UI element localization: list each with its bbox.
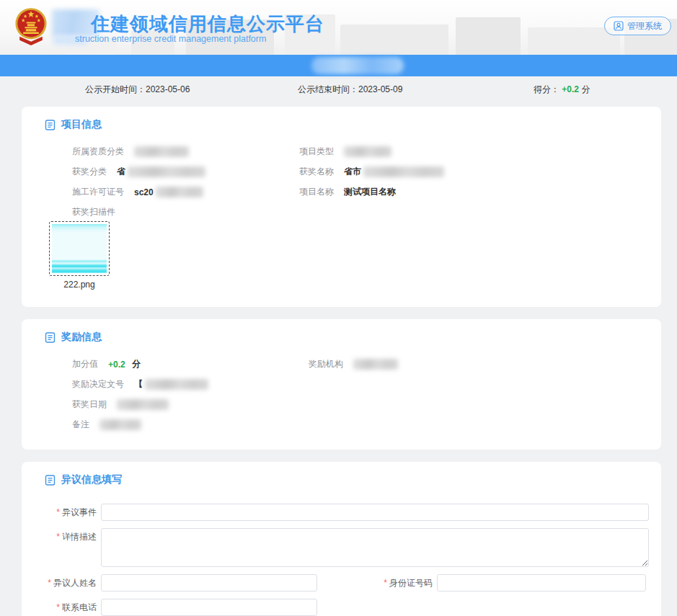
- field-award-date: 获奖日期: [72, 398, 169, 411]
- admin-button-label: 管理系统: [627, 20, 662, 32]
- publicity-start-time: 公示开始时间：2023-05-06: [85, 84, 190, 96]
- award-scan-thumbnail[interactable]: [49, 221, 110, 276]
- publicity-summary-bar: 公示开始时间：2023-05-06 公示结束时间：2023-05-09 得分： …: [0, 76, 677, 101]
- field-project-name: 项目名称 测试项目名称: [299, 186, 396, 198]
- redacted-value: [344, 146, 391, 157]
- award-scan-image: [52, 224, 107, 273]
- objection-form: *异议事件 *详情描述 *异议人姓名 *身份证号码 *联系电话: [22, 504, 661, 616]
- redacted-value: [363, 166, 444, 177]
- card-title-text: 异议信息填写: [61, 473, 122, 486]
- objection-form-card: 异议信息填写 *异议事件 *详情描述 *异议人姓名 *身份证号码: [22, 462, 661, 616]
- reward-info-card: 奖励信息 加分值 +0.2 分 奖励机构 奖励决定文号 【: [22, 319, 661, 450]
- redacted-value: [134, 146, 189, 157]
- document-icon: [45, 120, 56, 130]
- redacted-value: [99, 419, 141, 430]
- building-shape: [340, 24, 448, 55]
- redacted-banner-title: [311, 57, 404, 74]
- card-title-text: 奖励信息: [61, 331, 102, 344]
- award-scan-filename: 222.png: [49, 280, 110, 290]
- page: 住建领域信用信息公示平台 struction enterprise credit…: [0, 0, 677, 616]
- field-bonus-score: 加分值 +0.2 分: [72, 358, 309, 370]
- platform-title: 住建领域信用信息公示平台: [91, 12, 324, 37]
- header: 住建领域信用信息公示平台 struction enterprise credit…: [0, 0, 677, 55]
- detail-description-label: *详情描述: [22, 528, 97, 545]
- field-reward-agency: 奖励机构: [309, 358, 398, 370]
- project-card-title: 项目信息: [45, 118, 661, 131]
- redacted-value: [117, 399, 169, 410]
- reward-card-title: 奖励信息: [45, 331, 661, 344]
- objector-name-label: *异议人姓名: [22, 574, 97, 592]
- field-permit-no: 施工许可证号 sc20: [72, 186, 299, 198]
- score-value: +0.2: [562, 84, 579, 94]
- card-title-text: 项目信息: [61, 118, 102, 131]
- platform-subtitle: struction enterprise credit management p…: [75, 34, 266, 44]
- redacted-value: [353, 359, 398, 370]
- publicity-end-time: 公示结束时间：2023-05-09: [298, 84, 402, 96]
- contact-phone-input[interactable]: [101, 599, 317, 616]
- title-banner: [0, 55, 677, 76]
- id-number-input[interactable]: [437, 574, 646, 592]
- redacted-value: [128, 166, 205, 177]
- building-shape: [456, 17, 521, 55]
- field-award-scan-label: 获奖扫描件: [72, 206, 125, 218]
- contact-phone-label: *联系电话: [22, 599, 97, 616]
- objection-event-label: *异议事件: [22, 504, 97, 521]
- objection-card-title: 异议信息填写: [45, 473, 661, 486]
- field-project-type: 项目类型: [299, 146, 391, 158]
- field-decision-no: 奖励决定文号 【: [72, 378, 208, 390]
- field-remark: 备注: [72, 419, 141, 431]
- bonus-score-value: +0.2: [108, 360, 125, 370]
- redacted-value: [156, 187, 203, 197]
- field-quality-category: 所属资质分类: [72, 146, 299, 158]
- user-badge-icon: [614, 21, 624, 31]
- document-icon: [45, 332, 56, 343]
- field-award-name: 获奖名称 省市: [299, 166, 444, 178]
- id-number-label: *身份证号码: [317, 574, 433, 592]
- objection-event-input[interactable]: [101, 504, 649, 521]
- detail-description-textarea[interactable]: [101, 528, 649, 567]
- score-summary: 得分： +0.2 分: [534, 84, 590, 96]
- redacted-value: [145, 379, 208, 390]
- admin-system-button[interactable]: 管理系统: [604, 17, 671, 35]
- field-award-category: 获奖分类 省: [72, 166, 299, 178]
- project-info-card: 项目信息 所属资质分类 项目类型 获奖分类 省 获奖名称: [22, 107, 661, 307]
- objector-name-input[interactable]: [101, 574, 317, 592]
- document-icon: [45, 475, 56, 486]
- main-content: 项目信息 所属资质分类 项目类型 获奖分类 省 获奖名称: [0, 101, 677, 616]
- national-emblem-icon: [14, 6, 48, 47]
